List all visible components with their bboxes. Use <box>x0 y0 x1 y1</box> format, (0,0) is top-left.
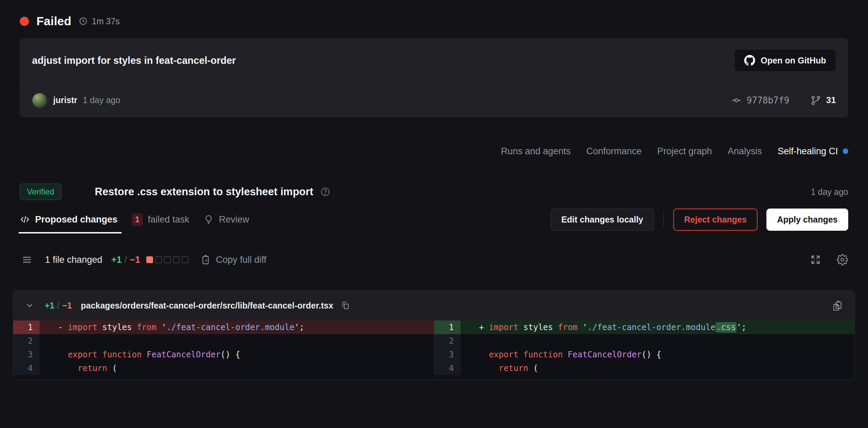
line-number: 1 <box>13 320 40 334</box>
chevron-down-icon[interactable] <box>25 301 34 310</box>
code-text: export function FeatCancelOrder() { <box>461 348 855 361</box>
diff-body: 1- import styles from './feat-cancel-ord… <box>13 320 855 380</box>
actions-divider <box>663 211 664 228</box>
diff-line: 2 <box>13 334 434 348</box>
file-path: packages/orders/feat-cancel-order/src/li… <box>81 301 333 311</box>
status-failed-dot <box>20 17 29 26</box>
app-screen: Failed 1m 37s adjust import for styles i… <box>0 0 868 428</box>
diff-line: 1+ import styles from './feat-cancel-ord… <box>434 320 855 334</box>
apply-changes-button[interactable]: Apply changes <box>766 209 848 231</box>
line-number: 3 <box>13 348 40 361</box>
diff-block-square <box>182 256 189 263</box>
copy-full-diff-button[interactable]: Copy full diff <box>200 254 266 265</box>
copy-file-icon[interactable] <box>832 300 843 311</box>
files-changed-label: 1 file changed <box>45 255 102 265</box>
tab-review[interactable]: Review <box>204 205 249 233</box>
fullscreen-icon[interactable] <box>810 254 821 265</box>
tab-proposed-changes[interactable]: Proposed changes <box>20 205 118 233</box>
github-icon <box>744 55 755 66</box>
code-text <box>461 334 855 348</box>
diff-pane-old: 1- import styles from './feat-cancel-ord… <box>13 320 434 380</box>
diff-block-indicator <box>146 256 189 263</box>
nav-analysis[interactable]: Analysis <box>728 146 762 157</box>
status-row: Failed 1m 37s <box>20 0 848 28</box>
diff-line: 3 export function FeatCancelOrder() { <box>434 348 855 361</box>
diff-line: 3 export function FeatCancelOrder() { <box>13 348 434 361</box>
diff-line: 4 return ( <box>13 361 434 375</box>
nav-project-graph[interactable]: Project graph <box>657 146 712 157</box>
diff-toolbar: 1 file changed +1 / −1 Copy full diff <box>20 250 848 270</box>
github-button-label: Open on GitHub <box>761 56 826 66</box>
status-duration: 1m 37s <box>79 16 120 26</box>
code-text: - import styles from './feat-cancel-orde… <box>40 320 434 334</box>
diff-block-square <box>173 256 180 263</box>
copy-path-icon[interactable] <box>341 301 350 310</box>
workspace-nav: Runs and agents Conformance Project grap… <box>20 144 848 158</box>
reject-changes-button[interactable]: Reject changes <box>673 209 758 231</box>
line-number: 3 <box>434 348 461 361</box>
branch-count[interactable]: 31 <box>826 95 836 105</box>
line-number: 4 <box>13 361 40 375</box>
commit-hash[interactable]: 9778b7f9 <box>747 95 789 105</box>
fix-header-row: Verified Restore .css extension to style… <box>20 180 848 203</box>
failed-task-count-badge: 1 <box>132 213 143 226</box>
diff-pane-new: 1+ import styles from './feat-cancel-ord… <box>434 320 855 380</box>
author-name: juristr <box>53 95 77 105</box>
diff-line: 4 return ( <box>434 361 855 375</box>
commit-card: adjust import for styles in feat-cancel-… <box>20 38 848 117</box>
active-nav-dot <box>843 148 848 154</box>
toolbar-diff-counts: +1 / −1 <box>111 255 140 265</box>
line-number: 4 <box>434 361 461 375</box>
diff-block-square <box>155 256 162 263</box>
help-icon[interactable] <box>320 187 330 197</box>
code-text <box>40 334 434 348</box>
clipboard-icon <box>200 254 211 265</box>
tabs-row: Proposed changes 1 failed task Review Ed… <box>20 205 848 233</box>
fix-actions: Edit changes locally Reject changes Appl… <box>551 209 848 231</box>
code-text: return ( <box>40 361 434 375</box>
nav-self-healing-ci[interactable]: Self-healing CI <box>778 146 848 157</box>
code-text: + import styles from './feat-cancel-orde… <box>461 320 855 334</box>
diff-block-square <box>164 256 171 263</box>
branch-icon <box>810 95 821 106</box>
fix-title: Restore .css extension to stylesheet imp… <box>95 186 313 198</box>
commit-title: adjust import for styles in feat-cancel-… <box>32 55 734 66</box>
line-number: 2 <box>434 334 461 348</box>
code-icon <box>20 214 30 225</box>
commit-time-ago: 1 day ago <box>83 95 120 105</box>
file-list-menu-icon[interactable] <box>21 254 33 266</box>
diff-line: 1- import styles from './feat-cancel-ord… <box>13 320 434 334</box>
code-text: export function FeatCancelOrder() { <box>40 348 434 361</box>
edit-changes-locally-button[interactable]: Edit changes locally <box>551 209 654 231</box>
nav-conformance[interactable]: Conformance <box>586 146 642 157</box>
status-label: Failed <box>36 14 71 28</box>
code-text: return ( <box>461 361 855 375</box>
file-diff-counts: +1 / −1 <box>45 301 72 311</box>
line-number: 2 <box>13 334 40 348</box>
open-on-github-button[interactable]: Open on GitHub <box>734 49 836 72</box>
fix-time-ago: 1 day ago <box>811 187 848 197</box>
verified-badge: Verified <box>20 184 61 200</box>
author-avatar <box>32 93 47 108</box>
diff-card: +1 / −1 packages/orders/feat-cancel-orde… <box>13 290 855 380</box>
commit-icon <box>731 95 742 106</box>
diff-file-header: +1 / −1 packages/orders/feat-cancel-orde… <box>13 290 855 320</box>
nav-runs-and-agents[interactable]: Runs and agents <box>501 146 571 157</box>
lightbulb-icon <box>204 214 214 225</box>
clock-icon <box>79 17 88 26</box>
duration-text: 1m 37s <box>92 16 120 26</box>
line-number: 1 <box>434 320 461 334</box>
tab-failed-task[interactable]: 1 failed task <box>132 205 190 233</box>
diff-line: 2 <box>434 334 855 348</box>
diff-block-square <box>146 256 153 263</box>
gear-icon[interactable] <box>837 254 848 266</box>
